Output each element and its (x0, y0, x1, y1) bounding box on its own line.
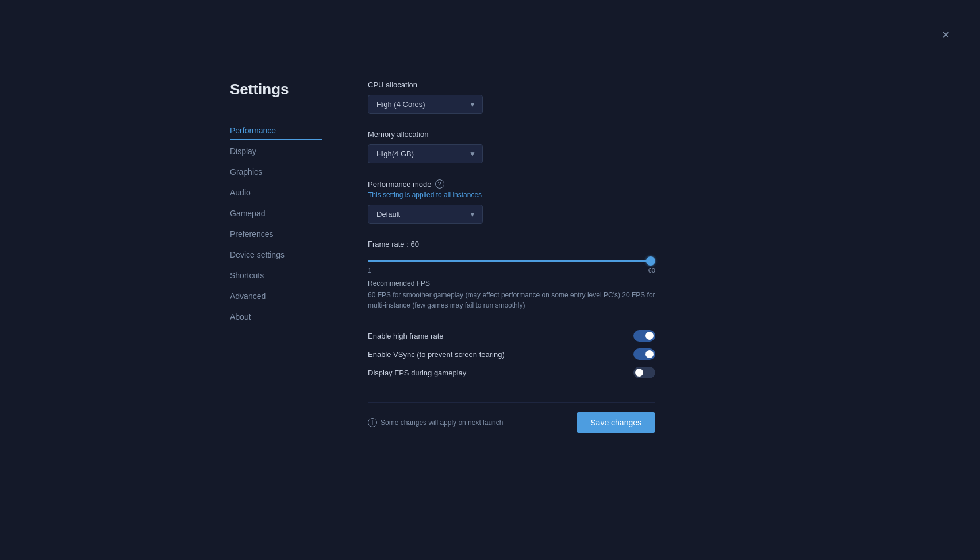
page-title: Settings (230, 80, 322, 98)
close-button[interactable]: ✕ (941, 30, 950, 40)
performance-mode-sublabel: This setting is applied to all instances (368, 191, 655, 199)
performance-mode-header: Performance mode ? (368, 179, 655, 189)
performance-mode-select-wrapper: Default High Performance Power Saver ▼ (368, 205, 483, 224)
high-frame-rate-label: Enable high frame rate (368, 332, 444, 340)
settings-sidebar: Settings Performance Display Graphics Au… (230, 80, 322, 433)
slider-min-label: 1 (368, 267, 371, 274)
display-fps-toggle[interactable] (633, 367, 655, 378)
sidebar-item-preferences[interactable]: Preferences (230, 225, 322, 243)
sidebar-item-shortcuts[interactable]: Shortcuts (230, 266, 322, 285)
cpu-allocation-label: CPU allocation (368, 80, 655, 89)
performance-mode-select[interactable]: Default High Performance Power Saver (368, 205, 483, 224)
memory-allocation-select[interactable]: High(4 GB) Low(1 GB) Medium(2 GB) Ultra(… (368, 144, 483, 163)
sidebar-item-audio[interactable]: Audio (230, 183, 322, 202)
main-content: CPU allocation High (4 Cores) Low (1 Cor… (368, 80, 655, 433)
memory-allocation-label: Memory allocation (368, 130, 655, 139)
sidebar-item-advanced[interactable]: Advanced (230, 287, 322, 305)
save-changes-button[interactable]: Save changes (577, 412, 655, 433)
footer-note-text: Some changes will apply on next launch (381, 419, 503, 427)
toggles-section: Enable high frame rate Enable VSync (to … (368, 327, 655, 382)
sidebar-item-graphics[interactable]: Graphics (230, 163, 322, 181)
sidebar-item-about[interactable]: About (230, 308, 322, 326)
sidebar-item-device-settings[interactable]: Device settings (230, 246, 322, 264)
vsync-label: Enable VSync (to prevent screen tearing) (368, 350, 505, 359)
frame-rate-section: Frame rate : 60 1 60 Recommended FPS 60 … (368, 240, 655, 310)
performance-mode-label: Performance mode (368, 180, 432, 189)
recommended-fps-text: 60 FPS for smoother gameplay (may effect… (368, 290, 655, 310)
performance-mode-section: Performance mode ? This setting is appli… (368, 179, 655, 224)
vsync-toggle[interactable] (633, 348, 655, 360)
performance-mode-help-icon[interactable]: ? (435, 179, 444, 189)
frame-rate-slider[interactable] (368, 260, 655, 262)
sidebar-item-performance[interactable]: Performance (230, 121, 322, 140)
frame-rate-label: Frame rate : 60 (368, 240, 655, 248)
display-fps-label: Display FPS during gameplay (368, 369, 466, 377)
sidebar-item-gamepad[interactable]: Gamepad (230, 204, 322, 223)
toggle-row-display-fps: Display FPS during gameplay (368, 363, 655, 382)
cpu-allocation-select-wrapper: High (4 Cores) Low (1 Core) Medium (2 Co… (368, 95, 483, 114)
sidebar-nav: Performance Display Graphics Audio Gamep… (230, 121, 322, 326)
recommended-fps-title: Recommended FPS (368, 279, 655, 287)
settings-footer: i Some changes will apply on next launch… (368, 402, 655, 433)
cpu-allocation-section: CPU allocation High (4 Cores) Low (1 Cor… (368, 80, 655, 114)
settings-container: Settings Performance Display Graphics Au… (230, 80, 655, 433)
footer-note: i Some changes will apply on next launch (368, 418, 503, 427)
sidebar-item-display[interactable]: Display (230, 142, 322, 160)
slider-max-label: 60 (648, 267, 655, 274)
toggle-row-high-frame-rate: Enable high frame rate (368, 327, 655, 345)
slider-range-labels: 1 60 (368, 267, 655, 274)
memory-allocation-section: Memory allocation High(4 GB) Low(1 GB) M… (368, 130, 655, 163)
footer-info-icon: i (368, 418, 377, 427)
high-frame-rate-toggle[interactable] (633, 330, 655, 342)
memory-allocation-select-wrapper: High(4 GB) Low(1 GB) Medium(2 GB) Ultra(… (368, 144, 483, 163)
toggle-row-vsync: Enable VSync (to prevent screen tearing) (368, 345, 655, 363)
cpu-allocation-select[interactable]: High (4 Cores) Low (1 Core) Medium (2 Co… (368, 95, 483, 114)
recommended-fps-block: Recommended FPS 60 FPS for smoother game… (368, 279, 655, 310)
